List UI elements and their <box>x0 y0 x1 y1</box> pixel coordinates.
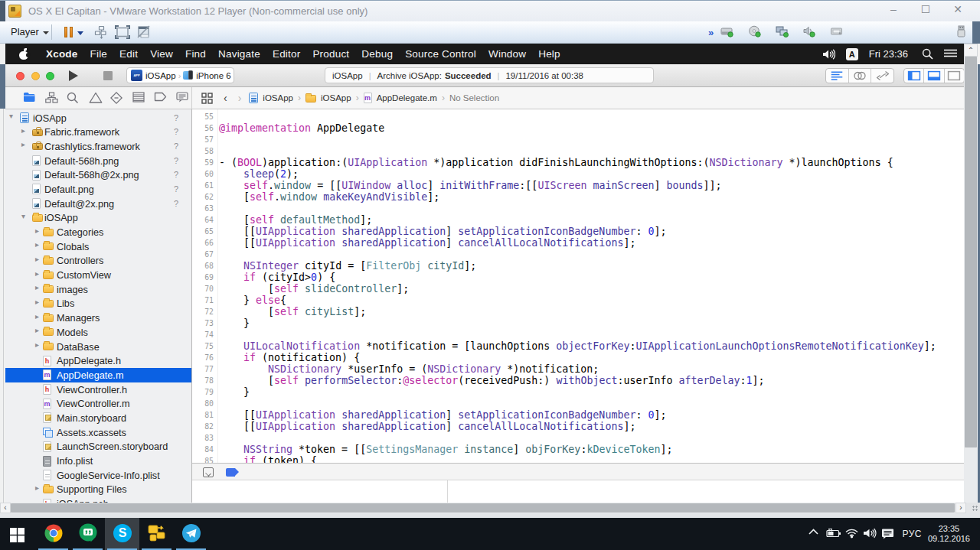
jumpbar-segment[interactable]: iOSApp <box>249 93 293 103</box>
navigator-row-label[interactable]: Models <box>57 327 88 338</box>
player-menu[interactable]: Player <box>8 25 54 40</box>
vmware-vertical-scrollbar[interactable]: ⌃ <box>964 44 978 503</box>
vmware-horizontal-scrollbar[interactable]: ‹ › <box>0 503 966 513</box>
jumpbar-segment-label[interactable]: AppDelegate.m <box>377 93 437 103</box>
keyboard-layout-menu[interactable]: A <box>846 48 858 60</box>
disclosure-closed-icon[interactable]: ▸ <box>35 298 39 306</box>
disclosure-closed-icon[interactable]: ▸ <box>35 312 39 321</box>
stop-button[interactable] <box>103 71 113 80</box>
language-indicator[interactable]: РУС <box>902 529 922 539</box>
navigator-row-label[interactable]: Info.plist <box>57 456 93 467</box>
breakpoint-navigator-icon[interactable] <box>154 92 167 105</box>
toolbar-overflow-icon[interactable]: » <box>708 27 712 38</box>
fullscreen-icon[interactable] <box>115 25 129 39</box>
navigator-row-libs[interactable]: ▸Libs <box>5 297 191 311</box>
debug-area-button[interactable] <box>924 69 944 83</box>
navigator-row-label[interactable]: images <box>57 285 88 295</box>
navigator-row-label[interactable]: Default@2x.png <box>44 199 114 210</box>
code-line-76[interactable]: if (notification) { <box>219 352 360 363</box>
navigator-row-label[interactable]: Libs <box>57 298 74 309</box>
traffic-light-zoom[interactable] <box>46 72 54 80</box>
navigator-row-viewcontroller-h[interactable]: hViewController.h <box>5 382 191 397</box>
navigator-row-controllers[interactable]: ▸Controllers <box>5 254 191 268</box>
printer-icon[interactable] <box>830 25 843 37</box>
menu-item-editor[interactable]: Editor <box>273 48 300 60</box>
code-line-73[interactable]: } <box>219 317 250 329</box>
taskbar-clock[interactable]: 23:35 09.12.2016 <box>928 524 970 544</box>
unity-mode-icon[interactable] <box>136 25 151 39</box>
disclosure-closed-icon[interactable]: ▸ <box>35 483 39 492</box>
debug-navigator-icon[interactable] <box>132 92 145 105</box>
suspend-caret-icon[interactable] <box>77 31 83 35</box>
taskbar-app-vmware[interactable] <box>139 518 174 550</box>
minimize-button[interactable]: – <box>882 1 905 19</box>
scheme-target-label[interactable]: iOSApp <box>145 71 176 80</box>
navigator-row-categories[interactable]: ▸Categories <box>5 226 191 240</box>
disclosure-closed-icon[interactable]: ▸ <box>21 126 25 135</box>
jumpbar-segment-label[interactable]: iOSApp <box>263 93 293 103</box>
navigator-row-label[interactable]: Assets.xcassets <box>57 428 126 438</box>
navigator-row-label[interactable]: Default-568h.png <box>44 156 119 167</box>
project-navigator-icon[interactable] <box>23 92 36 105</box>
navigator-row-appdelegate-h[interactable]: hAppDelegate.h <box>5 354 191 369</box>
traffic-light-minimize[interactable] <box>31 72 40 80</box>
test-navigator-icon[interactable] <box>110 92 123 105</box>
disclosure-closed-icon[interactable]: ▸ <box>35 340 39 349</box>
code-line-61[interactable]: self.window = [[UIWindow alloc] initWith… <box>219 180 722 191</box>
battery-icon[interactable] <box>826 528 839 541</box>
menu-item-source-control[interactable]: Source Control <box>405 48 476 60</box>
volume-icon[interactable] <box>863 528 876 541</box>
navigator-row-label[interactable]: Fabric.framework <box>44 127 119 138</box>
navigator-row-label[interactable]: AppDelegate.m <box>57 370 123 381</box>
navigator-row-label[interactable]: CustomView <box>57 270 111 281</box>
navigator-row-iosapp-pch[interactable]: hiOSApp.pch <box>5 497 191 503</box>
menu-item-edit[interactable]: Edit <box>119 48 138 60</box>
navigator-row-label[interactable]: iOSApp <box>44 213 78 223</box>
breakpoints-toggle-icon[interactable] <box>226 468 235 477</box>
symbol-navigator-icon[interactable] <box>45 92 58 105</box>
navigator-row-label[interactable]: Crashlytics.framework <box>44 142 140 152</box>
code-line-75[interactable]: UILocalNotification *notification = [lau… <box>219 340 936 352</box>
menu-item-view[interactable]: View <box>150 48 173 60</box>
jumpbar-segment[interactable]: mAppDelegate.m <box>364 93 437 103</box>
taskbar-app-chrome[interactable] <box>36 518 70 550</box>
send-ctrl-alt-del-icon[interactable] <box>94 25 109 39</box>
navigator-row-viewcontroller-m[interactable]: mViewController.m <box>5 397 191 412</box>
navigator-row-label[interactable]: ViewController.m <box>57 399 130 409</box>
navigator-row-info-plist[interactable]: Info.plist <box>5 454 191 469</box>
navigator-row-iosapp[interactable]: ▾iOSApp? <box>5 111 191 125</box>
code-line-59[interactable]: - (BOOL)application:(UIApplication *)app… <box>219 157 893 168</box>
version-editor-button[interactable] <box>871 69 893 83</box>
jumpbar-forward-button[interactable]: › <box>238 92 242 104</box>
wifi-icon[interactable] <box>844 528 858 541</box>
navigator-row-default-2x-png[interactable]: Default@2x.png? <box>5 197 191 211</box>
disclosure-open-icon[interactable]: ▾ <box>9 112 13 120</box>
run-button[interactable] <box>67 69 80 83</box>
code-line-69[interactable]: if (cityId>0) { <box>219 272 335 283</box>
maximize-button[interactable]: ☐ <box>914 1 937 19</box>
disclosure-closed-icon[interactable]: ▸ <box>35 240 39 249</box>
jumpbar-segment-label[interactable]: iOSApp <box>321 93 351 103</box>
start-button[interactable] <box>0 518 36 550</box>
navigator-row-crashlytics-framework[interactable]: ▸Crashlytics.framework? <box>5 139 191 154</box>
scroll-right-arrow[interactable]: › <box>956 503 966 513</box>
navigator-row-default-568h-png[interactable]: Default-568h.png? <box>5 154 191 168</box>
taskbar-app-hangouts[interactable] <box>70 518 105 550</box>
menu-item-debug[interactable]: Debug <box>361 48 393 60</box>
navigator-row-main-storyboard[interactable]: Main.storyboard <box>5 411 191 425</box>
navigator-row-label[interactable]: LaunchScreen.storyboard <box>57 441 168 452</box>
navigator-row-googleservice-info-plist[interactable]: GoogleService-Info.plist <box>5 468 191 483</box>
disclosure-closed-icon[interactable]: ▸ <box>35 269 39 278</box>
menu-item-help[interactable]: Help <box>538 48 560 60</box>
assistant-editor-button[interactable] <box>849 69 872 83</box>
code-line-62[interactable]: [self.window makeKeyAndVisible]; <box>219 191 439 203</box>
report-navigator-icon[interactable] <box>176 92 189 105</box>
navigator-row-iosapp[interactable]: ▾iOSApp <box>5 211 191 226</box>
navigator-row-appdelegate-m[interactable]: mAppDelegate.m <box>5 368 191 382</box>
cd-dvd-icon[interactable] <box>748 25 761 37</box>
code-line-68[interactable]: NSInteger cityId = [FilterObj cityId]; <box>219 260 476 272</box>
menu-item-file[interactable]: File <box>90 48 108 60</box>
navigator-row-label[interactable]: Supporting Files <box>57 484 127 495</box>
code-line-64[interactable]: [self defaultMethod]; <box>219 214 372 226</box>
jumpbar-segment[interactable]: iOSApp <box>305 93 351 103</box>
